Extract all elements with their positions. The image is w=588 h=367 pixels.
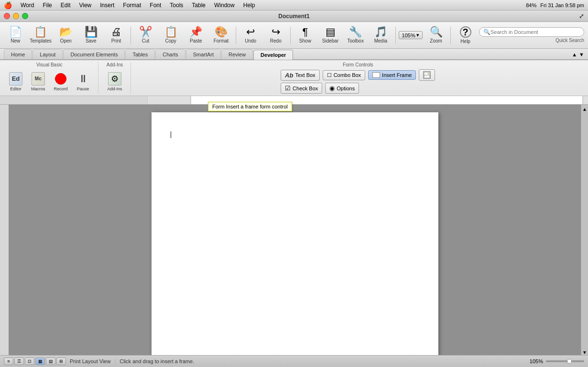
toolbar-sep-4 [395, 27, 396, 44]
toolbar-cut-btn[interactable]: ✂️ Cut [134, 24, 157, 47]
toolbar-redo-btn[interactable]: ↪ Redo [264, 24, 287, 47]
tab-tables[interactable]: Tables [125, 49, 155, 59]
view-buttons: ≡ ☰ ⊡ ▦ ▤ ⊞ [4, 357, 66, 365]
toolbar-copy-btn[interactable]: 📋 Copy [159, 24, 183, 47]
record-btn[interactable]: Record [51, 70, 71, 94]
ribbon-group-formctrl: Form Controls Ab Text Box ☐ Combo Box In… [135, 62, 584, 94]
menu-file[interactable]: File [39, 1, 55, 9]
menu-font[interactable]: Font [146, 1, 165, 9]
toolbar: 📄 New 📋 Templates 📂 Open 💾 Save 🖨 Print … [0, 22, 588, 49]
help-icon: ? [460, 26, 471, 38]
title-right-controls: ⤢ [579, 12, 584, 20]
options-btn[interactable]: ◉ Options [325, 83, 359, 94]
view-btn-5[interactable]: ▤ [46, 357, 55, 365]
toolbar-toolbox-btn[interactable]: 🔧 Toolbox [344, 24, 367, 47]
tab-developer[interactable]: Developer [253, 50, 293, 60]
apple-menu-icon[interactable]: 🍎 [4, 1, 12, 9]
addins-label: Add-Ins [108, 86, 122, 91]
view-btn-4[interactable]: ▦ [35, 357, 45, 365]
menu-table[interactable]: Table [188, 1, 209, 9]
document-scroll[interactable] [9, 105, 581, 355]
menu-edit[interactable]: Edit [57, 1, 75, 9]
zoom-slider-thumb[interactable] [567, 359, 572, 364]
tab-home[interactable]: Home [4, 49, 32, 59]
toolbar-open-btn[interactable]: 📂 Open [54, 24, 77, 47]
toolbar-format-btn[interactable]: 🎨 Format [209, 24, 233, 47]
menu-help[interactable]: Help [240, 1, 259, 9]
zoom-value: 105% [402, 32, 415, 38]
view-btn-6[interactable]: ⊞ [56, 357, 66, 365]
zoom-selector[interactable]: 105% ▾ [399, 31, 423, 39]
toolbar-templates-btn[interactable]: 📋 Templates [29, 24, 53, 47]
menu-word[interactable]: Word [17, 1, 38, 9]
ribbon-group-vba: Visual Basic Ed Editor Mc Macros Record … [4, 62, 98, 94]
close-button[interactable] [4, 13, 10, 19]
scroll-up-arrow[interactable]: ▲ [582, 107, 587, 112]
tabs-right-controls: ▲ ▼ [572, 52, 584, 59]
cut-label: Cut [142, 38, 150, 43]
toolbar-help-btn[interactable]: ? Help [454, 24, 477, 47]
open-label: Open [60, 38, 71, 43]
menu-bar: 🍎 Word File Edit View Insert Format Font… [0, 0, 588, 11]
zoom-area: 105% [530, 358, 584, 364]
tabs-scroll-up[interactable]: ▲ [572, 52, 577, 57]
insert-frame-btn[interactable]: Insert Frame [368, 70, 416, 80]
macros-btn[interactable]: Mc Macros [28, 70, 49, 94]
new-icon: 📄 [9, 27, 22, 37]
check-box-btn[interactable]: ☑ Check Box [281, 83, 322, 94]
view-btn-2[interactable]: ☰ [14, 357, 24, 365]
combo-box-btn[interactable]: ☐ Combo Box [323, 70, 365, 80]
addins-btn[interactable]: ⚙ Add-Ins [104, 70, 126, 94]
view-btn-3[interactable]: ⊡ [25, 357, 34, 365]
ruler [0, 96, 588, 105]
document-page [152, 112, 438, 355]
toolbar-paste-btn[interactable]: 📌 Paste [185, 24, 208, 47]
checkbox-label: Check Box [293, 86, 318, 91]
search-input[interactable] [490, 29, 580, 35]
window-controls [4, 13, 28, 19]
toolbar-save-btn[interactable]: 💾 Save [79, 24, 103, 47]
toolbar-sidebar-btn[interactable]: ▤ Sidebar [319, 24, 342, 47]
tab-smartart[interactable]: SmartArt [186, 49, 221, 59]
toolbar-sep-5 [450, 27, 451, 44]
editor-btn[interactable]: Ed Editor [6, 70, 26, 94]
addins-icon: ⚙ [108, 72, 121, 86]
undo-icon: ↩ [246, 27, 255, 37]
minimize-button[interactable] [13, 13, 19, 19]
picture-frame-btn[interactable] [419, 69, 435, 81]
toolbar-zoom-btn[interactable]: 🔍 Zoom [425, 24, 448, 47]
tab-review[interactable]: Review [221, 49, 253, 59]
pause-btn[interactable]: ⏸ Pause [73, 70, 93, 94]
view-btn-1[interactable]: ≡ [4, 357, 13, 365]
tab-layout[interactable]: Layout [33, 49, 63, 59]
zoom-slider[interactable] [546, 360, 584, 362]
right-scrollbar[interactable]: ▲ ▼ [581, 105, 588, 355]
addins-group-label: Add-Ins [107, 62, 123, 67]
formctrl-row-2: ☑ Check Box ◉ Options [281, 83, 435, 94]
tabs-scroll-down[interactable]: ▼ [579, 52, 584, 57]
scroll-down-arrow[interactable]: ▼ [582, 350, 587, 355]
clock: Fri 31 Jan 9:58 pm [540, 2, 584, 8]
toolbar-media-btn[interactable]: 🎵 Media [369, 24, 392, 47]
menu-format[interactable]: Format [119, 1, 145, 9]
menu-window[interactable]: Window [210, 1, 239, 9]
resize-icon[interactable]: ⤢ [579, 12, 584, 20]
text-box-btn[interactable]: Ab Text Box [281, 70, 320, 81]
toolbar-undo-btn[interactable]: ↩ Undo [239, 24, 262, 47]
vba-group-label: Visual Basic [36, 62, 62, 67]
menu-view[interactable]: View [75, 1, 95, 9]
toolbar-print-btn[interactable]: 🖨 Print [105, 24, 128, 47]
quick-search-label: Quick Search [555, 38, 584, 43]
menu-tools[interactable]: Tools [166, 1, 187, 9]
tab-document-elements[interactable]: Document Elements [63, 49, 125, 59]
toolbar-show-btn[interactable]: ¶ Show [294, 24, 317, 47]
maximize-button[interactable] [22, 13, 28, 19]
text-cursor [171, 131, 171, 138]
menu-insert[interactable]: Insert [96, 1, 118, 9]
checkbox-icon-sym: ☑ [285, 85, 291, 92]
tooltip-prefix: Form [212, 104, 225, 109]
toolbar-new-btn[interactable]: 📄 New [4, 24, 27, 47]
search-box[interactable]: 🔍 [479, 27, 584, 37]
redo-icon: ↪ [272, 27, 280, 37]
tab-charts[interactable]: Charts [155, 49, 185, 59]
